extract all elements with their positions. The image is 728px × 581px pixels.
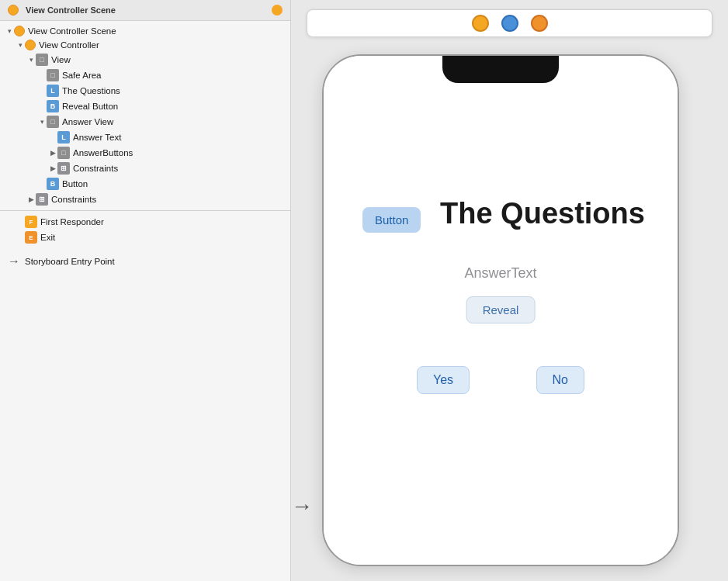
tree-item-constraints-outer[interactable]: ▶ ⊞ Constraints: [0, 192, 290, 207]
app-button[interactable]: Button: [362, 207, 421, 233]
vc-scene-icon: [14, 26, 25, 36]
tree-label: AnswerButtons: [73, 148, 133, 157]
tree-label: Button: [62, 179, 88, 188]
label-icon: L: [57, 131, 70, 144]
tree-item-view-controller[interactable]: ▾ View Controller: [0, 38, 290, 52]
label-icon: L: [47, 85, 59, 97]
constraints-icon: ⊞: [36, 193, 48, 206]
iphone-notch: [442, 56, 559, 83]
document-outline: View Controller Scene ▾ View Controller …: [0, 0, 291, 581]
chevron-icon: ▾: [26, 55, 36, 64]
tree-item-the-questions[interactable]: L The Questions: [0, 83, 290, 99]
divider: [0, 210, 290, 211]
tree-label: View Controller: [39, 40, 99, 50]
first-responder-icon: F: [25, 216, 37, 228]
toolbar-blue-dot[interactable]: [501, 15, 518, 32]
tree-container: ▾ View Controller Scene ▾ View Controlle…: [0, 21, 290, 581]
tree-item-button[interactable]: B Button: [0, 176, 290, 192]
chevron-icon: ▶: [48, 164, 57, 173]
tree-label: First Responder: [40, 217, 104, 227]
tree-label: Constraints: [73, 164, 118, 173]
tree-label: View Controller Scene: [28, 26, 116, 36]
app-title: The Questions: [440, 197, 645, 230]
button-icon: B: [47, 178, 59, 190]
reveal-button[interactable]: Reveal: [466, 296, 536, 323]
canvas-panel: Button The Questions AnswerText Reveal Y…: [291, 0, 728, 581]
safe-area-icon: □: [47, 69, 59, 81]
scene-header-title: View Controller Scene: [26, 5, 116, 15]
exit-icon: E: [25, 231, 37, 244]
toolbar-orange-dot[interactable]: [531, 15, 548, 32]
tree-item-constraints-inner[interactable]: ▶ ⊞ Constraints: [0, 161, 290, 176]
button-icon: B: [47, 100, 59, 112]
chevron-icon: ▾: [16, 40, 25, 50]
tree-label: Answer Text: [73, 133, 121, 142]
chevron-icon: ▶: [48, 148, 57, 157]
tree-item-answer-buttons[interactable]: ▶ □ AnswerButtons: [0, 145, 290, 161]
tree-item-view[interactable]: ▾ □ View: [0, 52, 290, 67]
storyboard-entry-item[interactable]: → Storyboard Entry Point: [0, 251, 290, 271]
tree-item-view-controller-scene[interactable]: ▾ View Controller Scene: [0, 24, 290, 38]
tree-item-first-responder[interactable]: F First Responder: [0, 214, 290, 230]
entry-arrow-icon: →: [8, 254, 20, 268]
yes-button[interactable]: Yes: [417, 366, 470, 394]
tree-item-answer-view[interactable]: ▾ □ Answer View: [0, 114, 290, 130]
tree-label: Reveal Button: [62, 102, 118, 111]
tree-item-exit[interactable]: E Exit: [0, 230, 290, 245]
toolbar-yellow-dot[interactable]: [472, 15, 489, 32]
iphone-mockup: Button The Questions AnswerText Reveal Y…: [322, 54, 679, 566]
no-button[interactable]: No: [536, 366, 584, 394]
iphone-content: Button The Questions AnswerText Reveal Y…: [324, 56, 678, 565]
scene-header-icon: [8, 5, 19, 16]
tree-item-answer-text[interactable]: L Answer Text: [0, 130, 290, 145]
chevron-icon: ▾: [5, 26, 14, 36]
answer-text-label: AnswerText: [464, 265, 536, 282]
chevron-icon: ▶: [26, 195, 36, 204]
chevron-icon: ▾: [37, 117, 47, 126]
scene-header: View Controller Scene: [0, 0, 290, 21]
tree-label: Safe Area: [62, 71, 102, 80]
storyboard-entry-label: Storyboard Entry Point: [25, 257, 115, 266]
view-icon: □: [57, 147, 70, 159]
tree-label: Constraints: [51, 195, 96, 204]
view-icon: □: [36, 54, 48, 66]
tree-label: Answer View: [62, 117, 113, 126]
storyboard-entry-arrow: →: [291, 494, 313, 519]
tree-item-safe-area[interactable]: □ Safe Area: [0, 67, 290, 83]
tree-item-reveal-button[interactable]: B Reveal Button: [0, 99, 290, 114]
scene-header-badge: [272, 5, 283, 16]
constraints-icon: ⊞: [57, 162, 70, 175]
view-icon: □: [47, 116, 59, 128]
tree-label: The Questions: [62, 86, 120, 95]
vc-icon: [25, 40, 36, 50]
tree-label: Exit: [40, 233, 55, 242]
canvas-toolbar: [307, 9, 712, 37]
tree-label: View: [51, 55, 71, 64]
